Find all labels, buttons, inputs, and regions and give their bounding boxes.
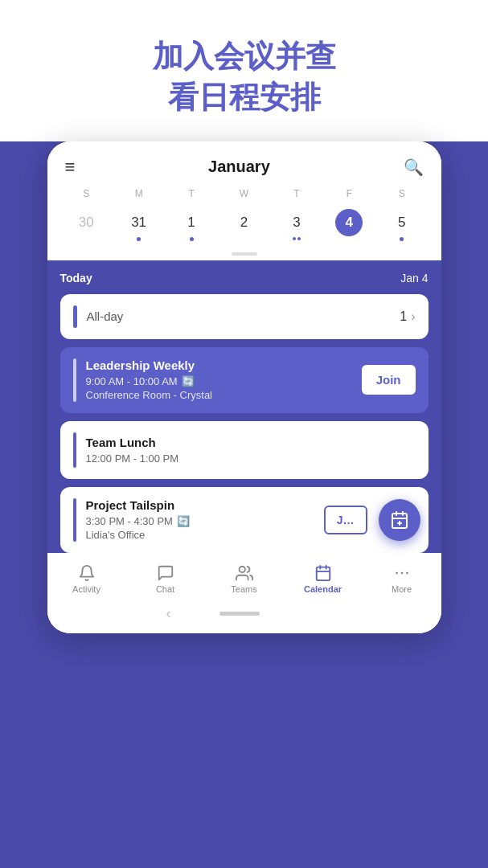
day-cell-30[interactable]: 30: [60, 206, 113, 244]
back-arrow-icon[interactable]: ‹: [166, 605, 171, 622]
day-number-31: 31: [125, 209, 153, 236]
day-number-1: 1: [178, 209, 205, 236]
nav-label-teams: Teams: [231, 584, 256, 594]
top-section: 加入会议并查 看日程安排: [0, 0, 488, 141]
day-cell-5[interactable]: 5: [375, 206, 428, 244]
day-header-w: W: [218, 185, 270, 203]
nav-label-calendar: Calendar: [304, 584, 342, 594]
day-number-2: 2: [230, 209, 257, 236]
event1-info: Leadership Weekly 9:00 AM - 10:00 AM 🔄 C…: [86, 358, 352, 401]
nav-label-more: More: [392, 584, 412, 594]
bottom-nav: Activity Chat Teams: [47, 556, 441, 600]
fab-calendar-button[interactable]: [379, 499, 420, 541]
calendar-plus-icon: [390, 510, 409, 530]
nav-item-more[interactable]: More: [378, 564, 426, 594]
home-pill: [219, 612, 260, 616]
menu-icon[interactable]: ≡: [65, 158, 76, 176]
event2-time: 12:00 PM - 1:00 PM: [86, 452, 416, 465]
allday-label: All-day: [87, 309, 391, 323]
day-cell-3[interactable]: 3: [270, 206, 322, 244]
day-header-s1: S: [60, 185, 113, 203]
event1-join-button[interactable]: Join: [362, 365, 416, 395]
event2-info: Team Lunch 12:00 PM - 1:00 PM: [86, 436, 416, 465]
allday-bar: [73, 305, 77, 328]
event3-time: 3:30 PM - 4:30 PM 🔄: [86, 515, 314, 527]
event1-time: 9:00 AM - 10:00 AM 🔄: [86, 375, 352, 387]
dot-5: [400, 237, 404, 241]
home-indicator-bar: ‹: [47, 600, 441, 633]
event-card-2[interactable]: Team Lunch 12:00 PM - 1:00 PM: [60, 421, 429, 479]
event2-left-bar: [73, 432, 76, 468]
event3-left-bar: [73, 498, 76, 542]
today-header: Today Jan 4: [60, 272, 429, 285]
search-icon[interactable]: 🔍: [404, 158, 424, 177]
dot-1: [190, 237, 194, 241]
nav-item-calendar[interactable]: Calendar: [299, 564, 347, 594]
svg-point-13: [406, 571, 408, 574]
phone-wrapper: ≡ January 🔍 S M T W T F S 30: [0, 141, 488, 868]
svg-point-12: [400, 571, 403, 574]
event-card-1[interactable]: Leadership Weekly 9:00 AM - 10:00 AM 🔄 C…: [60, 347, 429, 413]
calendar-header: ≡ January 🔍: [47, 141, 441, 185]
day-number-4-today: 4: [335, 209, 363, 236]
svg-point-6: [239, 566, 244, 571]
dot-31: [137, 237, 141, 241]
phone-card: ≡ January 🔍 S M T W T F S 30: [47, 141, 441, 633]
event1-recur-icon: 🔄: [182, 375, 195, 387]
nav-item-chat[interactable]: Chat: [141, 564, 190, 594]
day-header-t1: T: [165, 185, 217, 203]
day-cell-4[interactable]: 4: [323, 206, 375, 244]
day-headers: S M T W T F S: [47, 185, 441, 203]
svg-rect-7: [316, 567, 330, 580]
day-cell-2[interactable]: 2: [218, 206, 270, 244]
event3-location: Lidia's Office: [86, 529, 314, 541]
day-cell-31[interactable]: 31: [113, 206, 165, 244]
day-number-5: 5: [388, 209, 416, 236]
more-icon: [393, 564, 411, 582]
allday-count: 1: [400, 309, 407, 324]
event-card-3-wrapper: Project Tailspin 3:30 PM - 4:30 PM 🔄 Lid…: [60, 487, 429, 553]
hero-title: 加入会议并查 看日程安排: [24, 36, 464, 119]
chat-icon: [157, 564, 174, 582]
scroll-indicator: [47, 251, 441, 260]
allday-chevron: ›: [411, 309, 415, 324]
nav-item-activity[interactable]: Activity: [63, 564, 111, 594]
teams-icon: [236, 564, 253, 582]
day-header-s2: S: [375, 185, 428, 203]
day-cell-1[interactable]: 1: [165, 206, 217, 244]
svg-point-11: [396, 571, 398, 574]
event1-location: Conference Room - Crystal: [86, 389, 352, 401]
day-number-30: 30: [72, 209, 100, 236]
calendar-icon: [314, 564, 332, 582]
event-card-3[interactable]: Project Tailspin 3:30 PM - 4:30 PM 🔄 Lid…: [60, 487, 429, 553]
allday-count-area: 1 ›: [400, 309, 415, 324]
day-row: 30 31 1 2: [47, 206, 441, 251]
day-number-3: 3: [283, 209, 310, 236]
day-header-f: F: [323, 185, 375, 203]
day-header-t2: T: [270, 185, 322, 203]
event3-title: Project Tailspin: [86, 498, 314, 512]
nav-label-activity: Activity: [72, 584, 100, 594]
event3-join-button[interactable]: J…: [324, 506, 367, 534]
schedule-section: Today Jan 4 All-day 1 › Leadershi: [47, 260, 441, 553]
event1-title: Leadership Weekly: [86, 358, 352, 372]
event2-title: Team Lunch: [86, 436, 416, 449]
nav-label-chat: Chat: [156, 584, 174, 594]
day-header-m: M: [113, 185, 165, 203]
allday-card[interactable]: All-day 1 ›: [60, 294, 429, 339]
event1-left-bar: [73, 358, 76, 402]
nav-item-teams[interactable]: Teams: [220, 564, 269, 594]
activity-icon: [78, 564, 96, 582]
dot-4: [347, 237, 351, 241]
today-date: Jan 4: [400, 272, 428, 285]
event3-recur-icon: 🔄: [177, 515, 190, 527]
event3-info: Project Tailspin 3:30 PM - 4:30 PM 🔄 Lid…: [86, 498, 314, 541]
today-label: Today: [60, 272, 92, 285]
month-title: January: [208, 158, 270, 176]
